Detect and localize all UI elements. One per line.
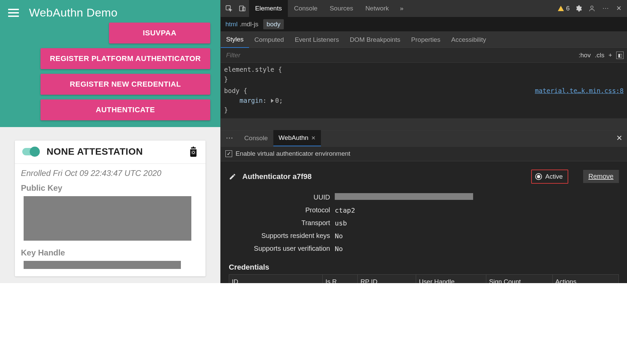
app-title: WebAuthn Demo <box>29 6 117 19</box>
remove-authenticator-button[interactable]: Remove <box>583 170 619 183</box>
active-radio-icon[interactable] <box>535 173 542 180</box>
attestation-toggle[interactable] <box>22 148 39 155</box>
drawer-tab-webauthn-label: WebAuthn <box>279 134 308 142</box>
tab-elements[interactable]: Elements <box>249 0 288 17</box>
col-user-handle[interactable]: User Handle <box>416 274 486 283</box>
edit-icon[interactable] <box>229 173 236 180</box>
rule-body-margin[interactable]: margin: 0; <box>224 96 624 105</box>
expand-shorthand-icon[interactable] <box>271 99 274 103</box>
enable-virtual-auth-row[interactable]: ✓ Enable virtual authenticator environme… <box>221 147 627 161</box>
isuvpaa-button[interactable]: ISUVPAA <box>109 23 210 43</box>
hov-toggle[interactable]: :hov <box>578 52 591 59</box>
breadcrumb-html-class: .mdl-js <box>240 21 258 28</box>
subtab-event-listeners[interactable]: Event Listeners <box>289 32 344 48</box>
warning-badge[interactable]: 6 <box>556 5 572 12</box>
svg-rect-3 <box>243 7 245 11</box>
delete-icon[interactable] <box>189 146 198 157</box>
authenticator-properties: UUID Protocol ctap2 Transport usb Suppor… <box>229 193 619 253</box>
menu-icon[interactable] <box>8 9 19 17</box>
credentials-table: ID Is R… RP ID User Handle Sign Count Ac… <box>229 274 619 283</box>
prop-transport-value: usb <box>335 219 619 227</box>
prop-transport-label: Transport <box>229 219 330 227</box>
subtab-properties[interactable]: Properties <box>406 32 446 48</box>
col-is-resident[interactable]: Is R… <box>323 274 358 283</box>
device-toolbar-icon[interactable] <box>236 2 249 15</box>
card-title: NONE ATTESTATION <box>47 146 181 157</box>
card-header: NONE ATTESTATION <box>15 141 206 164</box>
styles-filter-row: :hov .cls + ◧ <box>221 48 627 63</box>
authenticator-header-row: Authenticator a7f98 Active Remove <box>229 170 619 184</box>
subtab-dom-breakpoints[interactable]: DOM Breakpoints <box>344 32 406 48</box>
prop-protocol-value: ctap2 <box>335 206 619 214</box>
app-titlebar: WebAuthn Demo <box>0 0 220 23</box>
drawer-tabbar: ··· Console WebAuthn ✕ ✕ <box>221 130 627 147</box>
register-platform-authenticator-button[interactable]: REGISTER PLATFORM AUTHENTICATOR <box>40 48 210 69</box>
devtools-close-icon[interactable]: ✕ <box>612 2 626 15</box>
settings-icon[interactable] <box>572 2 585 15</box>
col-sign-count[interactable]: Sign Count <box>486 274 552 283</box>
prop-uuid-value <box>335 193 619 202</box>
prop-protocol-label: Protocol <box>229 206 330 214</box>
prop-uv-label: Supports user verification <box>229 245 330 252</box>
new-style-rule-icon[interactable]: + <box>608 52 612 59</box>
prop-uv-value: No <box>335 245 619 253</box>
subtab-accessibility[interactable]: Accessibility <box>446 32 491 48</box>
credentials-header-row: ID Is R… RP ID User Handle Sign Count Ac… <box>229 274 619 283</box>
devtools-drawer: ··· Console WebAuthn ✕ ✕ ✓ Enable virtua… <box>221 130 627 283</box>
rule-body-open: body { <box>224 86 247 96</box>
key-handle-value <box>24 261 181 269</box>
drawer-more-icon[interactable]: ··· <box>221 134 239 142</box>
kebab-menu-icon[interactable]: ⋯ <box>599 2 612 15</box>
account-icon[interactable] <box>585 2 599 15</box>
tabs-overflow-icon[interactable]: » <box>395 2 408 15</box>
drawer-tab-webauthn[interactable]: WebAuthn ✕ <box>273 130 321 146</box>
warning-icon <box>558 6 564 11</box>
rule-element-style-open: element.style { <box>224 65 624 74</box>
webauthn-demo-app: WebAuthn Demo ISUVPAA REGISTER PLATFORM … <box>0 0 220 283</box>
computed-sidebar-icon[interactable]: ◧ <box>616 52 624 59</box>
public-key-label: Public Key <box>21 183 199 193</box>
styles-gap <box>221 119 627 130</box>
credentials-heading: Credentials <box>229 263 619 274</box>
breadcrumb-body[interactable]: body <box>263 19 284 29</box>
enable-virtual-auth-checkbox[interactable]: ✓ <box>225 150 232 157</box>
prop-resident-value: No <box>335 232 619 240</box>
key-handle-label: Key Handle <box>21 248 199 257</box>
devtools-panel: Elements Console Sources Network » 6 ⋯ ✕… <box>220 0 627 283</box>
drawer-tab-console[interactable]: Console <box>239 130 273 146</box>
authenticate-button[interactable]: AUTHENTICATE <box>40 99 210 120</box>
drawer-close-icon[interactable]: ✕ <box>611 134 627 143</box>
enrolled-timestamp: Enrolled Fri Oct 09 22:43:47 UTC 2020 <box>21 169 199 178</box>
col-actions[interactable]: Actions <box>552 274 619 283</box>
credential-card: NONE ATTESTATION Enrolled Fri Oct 09 22:… <box>15 141 206 276</box>
tab-sources[interactable]: Sources <box>324 0 359 17</box>
svg-rect-2 <box>240 6 244 11</box>
cls-toggle[interactable]: .cls <box>595 52 604 59</box>
subtab-styles[interactable]: Styles <box>221 32 249 48</box>
rule-body-close: } <box>224 105 624 115</box>
col-rp-id[interactable]: RP ID <box>358 274 416 283</box>
rule-element-style-close: } <box>224 74 624 84</box>
authenticator-panel: Authenticator a7f98 Active Remove UUID P… <box>221 161 627 283</box>
close-tab-icon[interactable]: ✕ <box>311 135 316 141</box>
card-body: Enrolled Fri Oct 09 22:43:47 UTC 2020 Pu… <box>15 164 206 276</box>
app-header: WebAuthn Demo ISUVPAA REGISTER PLATFORM … <box>0 0 220 127</box>
active-radio-highlight[interactable]: Active <box>531 170 568 184</box>
styles-rules-pane[interactable]: element.style { } body { material.te…k.m… <box>221 63 627 119</box>
breadcrumb-html[interactable]: html <box>225 21 238 28</box>
authenticator-name: Authenticator a7f98 <box>242 172 518 181</box>
inspect-element-icon[interactable] <box>222 2 236 15</box>
rule-source-link[interactable]: material.te…k.min.css:8 <box>535 86 624 96</box>
col-id[interactable]: ID <box>229 274 323 283</box>
svg-point-4 <box>591 6 593 8</box>
dom-breadcrumb[interactable]: html.mdl-js body <box>221 17 627 32</box>
enable-virtual-auth-label: Enable virtual authenticator environment <box>236 150 350 157</box>
tab-console[interactable]: Console <box>288 0 324 17</box>
tab-network[interactable]: Network <box>359 0 395 17</box>
prop-resident-label: Supports resident keys <box>229 232 330 240</box>
styles-filter-input[interactable] <box>224 50 578 60</box>
subtab-computed[interactable]: Computed <box>249 32 290 48</box>
app-button-column: ISUVPAA REGISTER PLATFORM AUTHENTICATOR … <box>0 23 220 120</box>
styles-filter-tools: :hov .cls + ◧ <box>578 52 624 59</box>
register-new-credential-button[interactable]: REGISTER NEW CREDENTIAL <box>40 74 210 95</box>
